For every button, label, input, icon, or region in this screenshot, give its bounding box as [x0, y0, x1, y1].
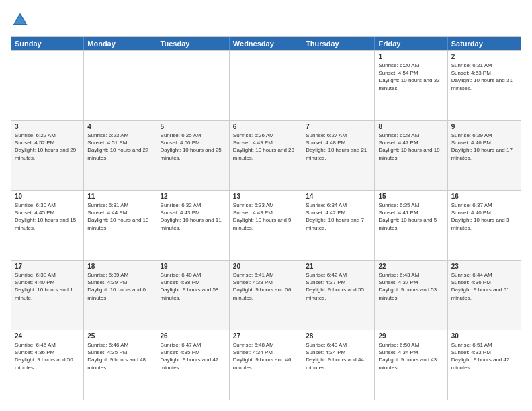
day-info-30: Sunrise: 6:51 AM Sunset: 4:33 PM Dayligh… — [451, 341, 517, 371]
day-number-7: 7 — [306, 123, 371, 130]
day-number-10: 10 — [15, 193, 80, 200]
day-info-13: Sunrise: 6:33 AM Sunset: 4:43 PM Dayligh… — [233, 201, 298, 232]
day-22: 22Sunrise: 6:43 AM Sunset: 4:37 PM Dayli… — [375, 261, 447, 330]
day-number-3: 3 — [15, 123, 80, 130]
day-23: 23Sunrise: 6:44 AM Sunset: 4:36 PM Dayli… — [448, 261, 521, 330]
day-info-7: Sunrise: 6:27 AM Sunset: 4:48 PM Dayligh… — [306, 132, 371, 162]
day-number-18: 18 — [87, 263, 152, 270]
calendar-row-1: 1Sunrise: 6:20 AM Sunset: 4:54 PM Daylig… — [11, 50, 521, 120]
day-17: 17Sunrise: 6:38 AM Sunset: 4:40 PM Dayli… — [11, 261, 84, 330]
day-number-30: 30 — [451, 332, 517, 340]
day-number-11: 11 — [87, 193, 152, 200]
day-number-19: 19 — [161, 263, 226, 270]
logo-icon — [11, 11, 30, 30]
day-number-24: 24 — [15, 332, 80, 340]
day-info-18: Sunrise: 6:39 AM Sunset: 4:39 PM Dayligh… — [87, 271, 152, 302]
day-info-21: Sunrise: 6:42 AM Sunset: 4:37 PM Dayligh… — [306, 271, 371, 302]
empty-cell-r0c1 — [84, 51, 157, 120]
day-19: 19Sunrise: 6:40 AM Sunset: 4:38 PM Dayli… — [157, 261, 230, 330]
day-1: 1Sunrise: 6:20 AM Sunset: 4:54 PM Daylig… — [375, 51, 447, 120]
day-number-25: 25 — [87, 332, 152, 340]
calendar-body: 1Sunrise: 6:20 AM Sunset: 4:54 PM Daylig… — [11, 50, 521, 400]
calendar-row-3: 10Sunrise: 6:30 AM Sunset: 4:45 PM Dayli… — [11, 190, 521, 260]
day-number-26: 26 — [161, 332, 226, 340]
day-29: 29Sunrise: 6:50 AM Sunset: 4:34 PM Dayli… — [375, 330, 447, 400]
day-27: 27Sunrise: 6:48 AM Sunset: 4:34 PM Dayli… — [230, 330, 302, 400]
day-info-6: Sunrise: 6:26 AM Sunset: 4:49 PM Dayligh… — [233, 132, 298, 162]
day-info-3: Sunrise: 6:22 AM Sunset: 4:52 PM Dayligh… — [15, 132, 80, 162]
day-28: 28Sunrise: 6:49 AM Sunset: 4:34 PM Dayli… — [302, 330, 375, 400]
day-20: 20Sunrise: 6:41 AM Sunset: 4:38 PM Dayli… — [230, 261, 302, 330]
header — [11, 11, 521, 30]
day-header-wednesday: Wednesday — [230, 37, 302, 50]
day-number-12: 12 — [161, 193, 226, 200]
day-header-monday: Monday — [84, 37, 157, 50]
calendar-header: SundayMondayTuesdayWednesdayThursdayFrid… — [11, 37, 521, 50]
day-26: 26Sunrise: 6:47 AM Sunset: 4:35 PM Dayli… — [157, 330, 230, 400]
day-number-9: 9 — [451, 123, 517, 130]
page: SundayMondayTuesdayWednesdayThursdayFrid… — [0, 0, 532, 411]
day-30: 30Sunrise: 6:51 AM Sunset: 4:33 PM Dayli… — [448, 330, 521, 400]
day-info-12: Sunrise: 6:32 AM Sunset: 4:43 PM Dayligh… — [161, 201, 226, 232]
day-info-8: Sunrise: 6:28 AM Sunset: 4:47 PM Dayligh… — [378, 132, 443, 162]
day-number-2: 2 — [451, 53, 517, 60]
day-info-24: Sunrise: 6:45 AM Sunset: 4:36 PM Dayligh… — [15, 341, 80, 371]
calendar: SundayMondayTuesdayWednesdayThursdayFrid… — [11, 36, 521, 400]
logo — [11, 11, 32, 30]
day-number-5: 5 — [161, 123, 226, 130]
day-number-29: 29 — [378, 332, 443, 340]
day-header-saturday: Saturday — [448, 37, 521, 50]
day-info-19: Sunrise: 6:40 AM Sunset: 4:38 PM Dayligh… — [161, 271, 226, 302]
day-number-28: 28 — [306, 332, 371, 340]
day-info-29: Sunrise: 6:50 AM Sunset: 4:34 PM Dayligh… — [378, 341, 443, 371]
day-info-16: Sunrise: 6:37 AM Sunset: 4:40 PM Dayligh… — [451, 201, 517, 232]
day-5: 5Sunrise: 6:25 AM Sunset: 4:50 PM Daylig… — [157, 121, 230, 190]
day-info-26: Sunrise: 6:47 AM Sunset: 4:35 PM Dayligh… — [161, 341, 226, 371]
day-25: 25Sunrise: 6:46 AM Sunset: 4:35 PM Dayli… — [84, 330, 157, 400]
day-info-23: Sunrise: 6:44 AM Sunset: 4:36 PM Dayligh… — [451, 271, 517, 302]
day-info-14: Sunrise: 6:34 AM Sunset: 4:42 PM Dayligh… — [306, 201, 371, 232]
day-12: 12Sunrise: 6:32 AM Sunset: 4:43 PM Dayli… — [157, 191, 230, 260]
day-number-27: 27 — [233, 332, 298, 340]
day-info-22: Sunrise: 6:43 AM Sunset: 4:37 PM Dayligh… — [378, 271, 443, 302]
empty-cell-r0c4 — [302, 51, 375, 120]
day-header-friday: Friday — [375, 37, 447, 50]
day-3: 3Sunrise: 6:22 AM Sunset: 4:52 PM Daylig… — [11, 121, 84, 190]
day-header-thursday: Thursday — [302, 37, 375, 50]
day-header-tuesday: Tuesday — [157, 37, 230, 50]
day-info-20: Sunrise: 6:41 AM Sunset: 4:38 PM Dayligh… — [233, 271, 298, 302]
day-info-17: Sunrise: 6:38 AM Sunset: 4:40 PM Dayligh… — [15, 271, 80, 302]
day-15: 15Sunrise: 6:35 AM Sunset: 4:41 PM Dayli… — [375, 191, 447, 260]
calendar-row-5: 24Sunrise: 6:45 AM Sunset: 4:36 PM Dayli… — [11, 330, 521, 400]
day-9: 9Sunrise: 6:29 AM Sunset: 4:46 PM Daylig… — [448, 121, 521, 190]
day-number-15: 15 — [378, 193, 443, 200]
day-info-25: Sunrise: 6:46 AM Sunset: 4:35 PM Dayligh… — [87, 341, 152, 371]
empty-cell-r0c2 — [157, 51, 230, 120]
day-info-5: Sunrise: 6:25 AM Sunset: 4:50 PM Dayligh… — [161, 132, 226, 162]
day-13: 13Sunrise: 6:33 AM Sunset: 4:43 PM Dayli… — [230, 191, 302, 260]
calendar-row-4: 17Sunrise: 6:38 AM Sunset: 4:40 PM Dayli… — [11, 260, 521, 330]
day-14: 14Sunrise: 6:34 AM Sunset: 4:42 PM Dayli… — [302, 191, 375, 260]
day-24: 24Sunrise: 6:45 AM Sunset: 4:36 PM Dayli… — [11, 330, 84, 400]
day-6: 6Sunrise: 6:26 AM Sunset: 4:49 PM Daylig… — [230, 121, 302, 190]
day-4: 4Sunrise: 6:23 AM Sunset: 4:51 PM Daylig… — [84, 121, 157, 190]
day-info-9: Sunrise: 6:29 AM Sunset: 4:46 PM Dayligh… — [451, 132, 517, 162]
day-number-13: 13 — [233, 193, 298, 200]
day-number-16: 16 — [451, 193, 517, 200]
day-number-22: 22 — [378, 263, 443, 270]
day-number-14: 14 — [306, 193, 371, 200]
day-info-28: Sunrise: 6:49 AM Sunset: 4:34 PM Dayligh… — [306, 341, 371, 371]
day-number-23: 23 — [451, 263, 517, 270]
day-number-20: 20 — [233, 263, 298, 270]
day-21: 21Sunrise: 6:42 AM Sunset: 4:37 PM Dayli… — [302, 261, 375, 330]
day-number-21: 21 — [306, 263, 371, 270]
empty-cell-r0c0 — [11, 51, 84, 120]
day-number-1: 1 — [378, 53, 443, 60]
day-7: 7Sunrise: 6:27 AM Sunset: 4:48 PM Daylig… — [302, 121, 375, 190]
day-11: 11Sunrise: 6:31 AM Sunset: 4:44 PM Dayli… — [84, 191, 157, 260]
day-number-4: 4 — [87, 123, 152, 130]
day-10: 10Sunrise: 6:30 AM Sunset: 4:45 PM Dayli… — [11, 191, 84, 260]
day-info-11: Sunrise: 6:31 AM Sunset: 4:44 PM Dayligh… — [87, 201, 152, 232]
day-number-8: 8 — [378, 123, 443, 130]
calendar-row-2: 3Sunrise: 6:22 AM Sunset: 4:52 PM Daylig… — [11, 120, 521, 190]
